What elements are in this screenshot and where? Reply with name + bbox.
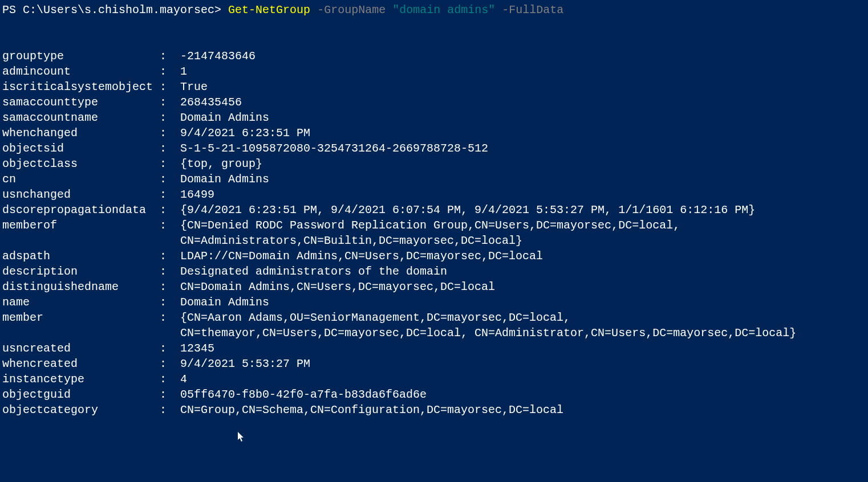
output-row: samaccountname: Domain Admins bbox=[2, 110, 866, 125]
output-value: Domain Admins bbox=[180, 110, 866, 125]
output-key: objectsid bbox=[2, 141, 160, 156]
output-row: description: Designated administrators o… bbox=[2, 264, 866, 279]
output-row: adspath: LDAP://CN=Domain Admins,CN=User… bbox=[2, 248, 866, 264]
command-cmdlet: Get-NetGroup bbox=[228, 3, 310, 17]
output-value: 9/4/2021 6:23:51 PM bbox=[180, 125, 866, 141]
output-value: 1 bbox=[180, 64, 866, 79]
output-row: name: Domain Admins bbox=[2, 295, 866, 310]
output-row: usnchanged: 16499 bbox=[2, 187, 866, 202]
output-value: 4 bbox=[180, 371, 866, 387]
output-row: whencreated: 9/4/2021 5:53:27 PM bbox=[2, 356, 866, 371]
output-row: usncreated: 12345 bbox=[2, 341, 866, 356]
output-value: {top, group} bbox=[180, 156, 866, 171]
output-key: samaccountname bbox=[2, 110, 160, 125]
output-key: distinguishedname bbox=[2, 279, 160, 295]
output-separator: : bbox=[160, 279, 180, 295]
output-key: usnchanged bbox=[2, 187, 160, 202]
output-row: memberof: {CN=Denied RODC Password Repli… bbox=[2, 218, 866, 248]
output-value: 12345 bbox=[180, 341, 866, 356]
output-value: {CN=Denied RODC Password Replication Gro… bbox=[180, 218, 866, 248]
output-row: distinguishedname: CN=Domain Admins,CN=U… bbox=[2, 279, 866, 295]
output-value: Domain Admins bbox=[180, 171, 866, 187]
output-separator: : bbox=[160, 95, 180, 110]
output-separator: : bbox=[160, 402, 180, 418]
output-separator: : bbox=[160, 356, 180, 371]
output-separator: : bbox=[160, 371, 180, 387]
output-separator: : bbox=[160, 387, 180, 402]
output-value: Designated administrators of the domain bbox=[180, 264, 866, 279]
output-separator: : bbox=[160, 64, 180, 79]
command-output: grouptype: -2147483646admincount: 1iscri… bbox=[2, 48, 866, 418]
output-key: whenchanged bbox=[2, 125, 160, 141]
output-row: whenchanged: 9/4/2021 6:23:51 PM bbox=[2, 125, 866, 141]
output-key: iscriticalsystemobject bbox=[2, 79, 160, 95]
output-separator: : bbox=[160, 202, 180, 218]
output-separator: : bbox=[160, 218, 180, 248]
output-value: True bbox=[180, 79, 866, 95]
output-key: grouptype bbox=[2, 48, 160, 64]
output-separator: : bbox=[160, 341, 180, 356]
output-value: {CN=Aaron Adams,OU=SeniorManagement,DC=m… bbox=[180, 310, 866, 341]
output-value: {9/4/2021 6:23:51 PM, 9/4/2021 6:07:54 P… bbox=[180, 202, 866, 218]
output-value: Domain Admins bbox=[180, 295, 866, 310]
command-prompt-line[interactable]: PS C:\Users\s.chisholm.mayorsec> Get-Net… bbox=[2, 2, 866, 18]
output-row: grouptype: -2147483646 bbox=[2, 48, 866, 64]
output-value: 05ff6470-f8b0-42f0-a7fa-b83da6f6ad6e bbox=[180, 387, 866, 402]
output-separator: : bbox=[160, 248, 180, 264]
command-string-value: "domain admins" bbox=[392, 3, 495, 17]
output-row: instancetype: 4 bbox=[2, 371, 866, 387]
output-row: admincount: 1 bbox=[2, 64, 866, 79]
output-separator: : bbox=[160, 110, 180, 125]
output-key: name bbox=[2, 295, 160, 310]
output-row: samaccounttype: 268435456 bbox=[2, 95, 866, 110]
output-key: admincount bbox=[2, 64, 160, 79]
output-key: usncreated bbox=[2, 341, 160, 356]
output-row: objectclass: {top, group} bbox=[2, 156, 866, 171]
output-value: LDAP://CN=Domain Admins,CN=Users,DC=mayo… bbox=[180, 248, 866, 264]
output-row: dscorepropagationdata: {9/4/2021 6:23:51… bbox=[2, 202, 866, 218]
mouse-cursor-icon bbox=[238, 432, 246, 447]
output-key: adspath bbox=[2, 248, 160, 264]
command-param-groupname: -GroupName bbox=[310, 3, 392, 17]
output-value: 9/4/2021 5:53:27 PM bbox=[180, 356, 866, 371]
output-key: objectguid bbox=[2, 387, 160, 402]
output-key: objectclass bbox=[2, 156, 160, 171]
output-separator: : bbox=[160, 187, 180, 202]
output-row: cn: Domain Admins bbox=[2, 171, 866, 187]
output-separator: : bbox=[160, 295, 180, 310]
output-value: -2147483646 bbox=[180, 48, 866, 64]
output-key: dscorepropagationdata bbox=[2, 202, 160, 218]
output-separator: : bbox=[160, 156, 180, 171]
prompt-prefix: PS bbox=[2, 3, 23, 17]
output-value: CN=Group,CN=Schema,CN=Configuration,DC=m… bbox=[180, 402, 866, 418]
output-separator: : bbox=[160, 125, 180, 141]
output-separator: : bbox=[160, 48, 180, 64]
output-row: objectsid: S-1-5-21-1095872080-325473126… bbox=[2, 141, 866, 156]
output-separator: : bbox=[160, 141, 180, 156]
output-value: 16499 bbox=[180, 187, 866, 202]
output-key: whencreated bbox=[2, 356, 160, 371]
prompt-arrow: > bbox=[214, 3, 228, 17]
output-key: objectcategory bbox=[2, 402, 160, 418]
output-row: iscriticalsystemobject: True bbox=[2, 79, 866, 95]
command-param-fulldata: -FullData bbox=[495, 3, 563, 17]
prompt-path: C:\Users\s.chisholm.mayorsec bbox=[23, 3, 214, 17]
output-row: objectguid: 05ff6470-f8b0-42f0-a7fa-b83d… bbox=[2, 387, 866, 402]
output-row: member: {CN=Aaron Adams,OU=SeniorManagem… bbox=[2, 310, 866, 341]
output-key: cn bbox=[2, 171, 160, 187]
output-key: instancetype bbox=[2, 371, 160, 387]
output-separator: : bbox=[160, 310, 180, 341]
output-key: member bbox=[2, 310, 160, 341]
output-separator: : bbox=[160, 171, 180, 187]
output-row: objectcategory: CN=Group,CN=Schema,CN=Co… bbox=[2, 402, 866, 418]
output-separator: : bbox=[160, 79, 180, 95]
output-value: 268435456 bbox=[180, 95, 866, 110]
output-key: memberof bbox=[2, 218, 160, 248]
output-key: samaccounttype bbox=[2, 95, 160, 110]
output-value: CN=Domain Admins,CN=Users,DC=mayorsec,DC… bbox=[180, 279, 866, 295]
output-value: S-1-5-21-1095872080-3254731264-266978872… bbox=[180, 141, 866, 156]
output-key: description bbox=[2, 264, 160, 279]
output-separator: : bbox=[160, 264, 180, 279]
